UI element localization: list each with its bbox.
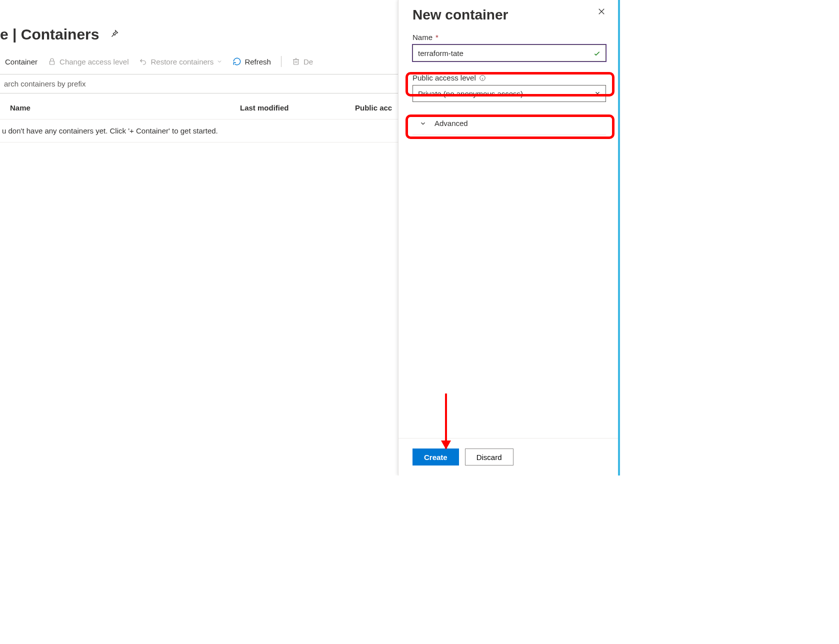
refresh-label: Refresh (244, 58, 271, 66)
col-name[interactable]: Name (10, 104, 240, 112)
container-name-input[interactable] (412, 44, 606, 62)
panel-body: Name * Public access level Private (no a… (398, 33, 620, 438)
lock-icon (48, 57, 56, 66)
change-access-button[interactable]: Change access level (48, 57, 128, 66)
undo-icon (138, 57, 148, 66)
refresh-icon (232, 57, 242, 66)
access-select-value: Private (no anonymous access) (418, 90, 523, 98)
close-icon (597, 7, 606, 16)
trash-icon (292, 57, 300, 66)
required-indicator: * (436, 33, 438, 42)
delete-button[interactable]: De (292, 57, 313, 66)
annotation-arrow (445, 394, 447, 448)
container-label: Container (5, 58, 38, 66)
check-icon (593, 50, 601, 58)
chevron-down-icon (420, 120, 426, 127)
page-title-prefix: e (0, 26, 8, 42)
svg-rect-0 (50, 61, 54, 64)
name-field: Name * (412, 33, 606, 62)
chevron-down-icon (594, 90, 601, 96)
new-container-panel: New container Name * Public access level… (398, 0, 620, 476)
advanced-label: Advanced (434, 119, 468, 128)
delete-label: De (304, 58, 313, 66)
pin-icon[interactable] (104, 29, 119, 40)
restore-containers-button[interactable]: Restore containers (138, 57, 222, 66)
discard-button[interactable]: Discard (465, 448, 514, 466)
close-button[interactable] (597, 7, 606, 18)
access-field: Public access level Private (no anonymou… (412, 74, 606, 102)
chevron-down-icon (216, 58, 222, 64)
panel-footer: Create Discard (398, 438, 620, 476)
name-label: Name * (412, 33, 606, 42)
create-button[interactable]: Create (412, 448, 459, 466)
toolbar-divider (281, 56, 282, 67)
access-select[interactable]: Private (no anonymous access) (412, 85, 606, 102)
page-right-edge (618, 0, 620, 476)
panel-header: New container (398, 0, 620, 33)
access-label-text: Public access level (412, 74, 476, 82)
svg-rect-1 (294, 60, 298, 64)
access-label: Public access level (412, 74, 606, 82)
add-container-button[interactable]: Container (5, 58, 38, 66)
page-title-sep: | (8, 26, 21, 42)
info-icon (479, 74, 486, 82)
page-title: e | Containers (0, 26, 99, 43)
page-title-text: Containers (21, 26, 100, 42)
name-label-text: Name (412, 33, 432, 42)
col-modified[interactable]: Last modified (240, 104, 355, 112)
change-access-label: Change access level (60, 58, 128, 66)
refresh-button[interactable]: Refresh (232, 57, 271, 66)
restore-label: Restore containers (150, 58, 214, 66)
advanced-toggle[interactable]: Advanced (412, 114, 606, 135)
panel-title: New container (412, 7, 508, 23)
